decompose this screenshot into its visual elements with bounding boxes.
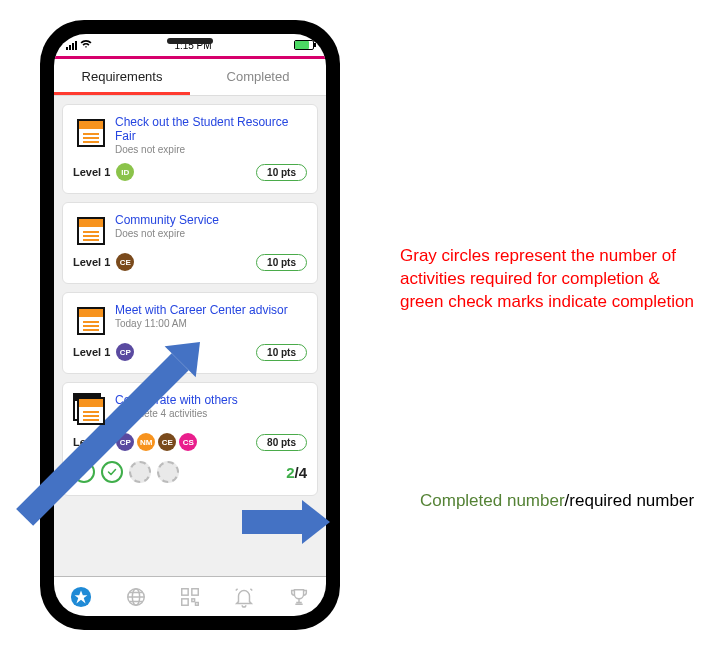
task-list-icon bbox=[73, 303, 105, 335]
points-pill: 10 pts bbox=[256, 344, 307, 361]
signal-icon bbox=[66, 41, 77, 50]
card-title: Check out the Student Resource Fair bbox=[115, 115, 307, 143]
nav-star-icon[interactable] bbox=[69, 585, 93, 609]
points-pill: 10 pts bbox=[256, 254, 307, 271]
category-chips: CP bbox=[116, 343, 134, 361]
progress-total-number: /4 bbox=[294, 464, 307, 481]
bottom-nav bbox=[54, 576, 326, 616]
task-multi-icon bbox=[73, 393, 105, 425]
category-chip: CE bbox=[116, 253, 134, 271]
card-subtitle: Today 11:00 AM bbox=[115, 318, 307, 329]
progress-count: 2/4 bbox=[286, 464, 307, 481]
nav-qr-icon[interactable] bbox=[178, 585, 202, 609]
points-pill: 10 pts bbox=[256, 164, 307, 181]
tab-requirements[interactable]: Requirements bbox=[54, 59, 190, 95]
nav-bell-icon[interactable] bbox=[232, 585, 256, 609]
task-list-icon bbox=[73, 213, 105, 245]
task-list-icon bbox=[73, 115, 105, 147]
task-card[interactable]: Check out the Student Resource FairDoes … bbox=[62, 104, 318, 194]
level-label: Level 1 bbox=[73, 166, 110, 178]
nav-globe-icon[interactable] bbox=[124, 585, 148, 609]
annotation-red: Gray circles represent the number of act… bbox=[400, 245, 700, 314]
svg-rect-5 bbox=[182, 598, 188, 604]
svg-rect-6 bbox=[192, 598, 195, 601]
category-chip: CE bbox=[158, 433, 176, 451]
nav-trophy-icon[interactable] bbox=[287, 585, 311, 609]
card-title: Meet with Career Center advisor bbox=[115, 303, 307, 317]
annotation-green-part: Completed number bbox=[420, 491, 565, 510]
category-chip: ID bbox=[116, 163, 134, 181]
svg-rect-4 bbox=[192, 588, 198, 594]
annotation-black-part: required number bbox=[569, 491, 694, 510]
svg-rect-3 bbox=[182, 588, 188, 594]
category-chips: ID bbox=[116, 163, 134, 181]
annotation-green-black: Completed number/required number bbox=[420, 490, 710, 513]
tabs: Requirements Completed bbox=[54, 59, 326, 96]
arrow-to-count bbox=[242, 500, 330, 544]
card-subtitle: Does not expire bbox=[115, 144, 307, 155]
category-chip: NM bbox=[137, 433, 155, 451]
progress-dot-empty bbox=[157, 461, 179, 483]
category-chip: CP bbox=[116, 343, 134, 361]
svg-rect-7 bbox=[195, 602, 198, 605]
category-chip: CS bbox=[179, 433, 197, 451]
tab-completed[interactable]: Completed bbox=[190, 59, 326, 95]
wifi-icon bbox=[80, 39, 92, 51]
task-card[interactable]: Community ServiceDoes not expireLevel 1C… bbox=[62, 202, 318, 284]
phone-speaker bbox=[167, 38, 213, 44]
level-label: Level 1 bbox=[73, 346, 110, 358]
level-label: Level 1 bbox=[73, 256, 110, 268]
battery-icon bbox=[294, 40, 314, 50]
points-pill: 80 pts bbox=[256, 434, 307, 451]
category-chips: CE bbox=[116, 253, 134, 271]
card-title: Community Service bbox=[115, 213, 307, 227]
progress-dot-empty bbox=[129, 461, 151, 483]
card-subtitle: Does not expire bbox=[115, 228, 307, 239]
